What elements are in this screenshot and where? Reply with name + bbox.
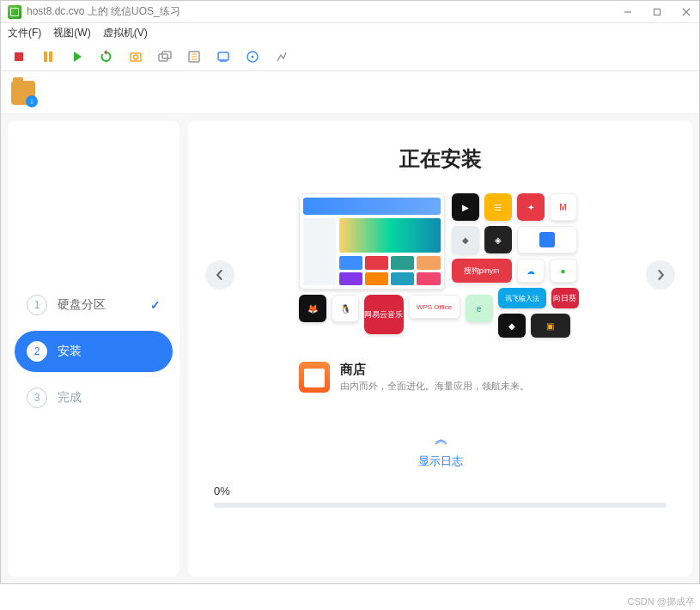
app-tile: e <box>466 295 493 322</box>
wps-office-tile: WPS Office <box>409 295 460 319</box>
logs-toggle: ︽ 显示日志 <box>418 430 463 469</box>
carousel-prev-button[interactable] <box>205 260 234 290</box>
virtualbox-tile <box>517 226 577 253</box>
svg-point-10 <box>134 55 138 59</box>
settings-button[interactable] <box>185 47 204 66</box>
close-button[interactable] <box>680 6 692 18</box>
installer-heading: 正在安装 <box>399 145 482 173</box>
app-tile: ▣ <box>531 314 570 338</box>
menu-file[interactable]: 文件(F) <box>8 26 41 40</box>
show-log-button[interactable]: 显示日志 <box>418 454 463 469</box>
svg-rect-14 <box>218 52 228 60</box>
menu-view[interactable]: 视图(W) <box>53 26 90 40</box>
step-label: 完成 <box>58 390 82 406</box>
iflytek-tile: 讯飞输入法 <box>498 288 546 308</box>
gmail-tile: M <box>550 193 577 221</box>
vmware-window: host8.dc.cvo 上的 统信UOS_练习 文件(F) 视图(W) 虚拟机… <box>0 0 700 584</box>
app-tile: ✦ <box>517 193 545 221</box>
progress-text: 0% <box>214 485 667 497</box>
toolbar <box>1 42 699 71</box>
console-button[interactable] <box>214 47 233 66</box>
vm-content: 1 硬盘分区 ✓ 2 安装 3 完成 正在安装 <box>1 71 699 583</box>
downloads-folder-icon[interactable] <box>11 81 35 105</box>
disk-button[interactable] <box>243 47 262 66</box>
app-tile: 向日葵 <box>551 288 579 308</box>
titlebar: host8.dc.cvo 上的 统信UOS_练习 <box>1 1 699 23</box>
shop-title: 商店 <box>340 362 529 378</box>
snapshot-manager-button[interactable] <box>155 47 174 66</box>
minimize-button[interactable] <box>622 6 634 18</box>
restart-button[interactable] <box>97 47 116 66</box>
carousel: ▶ ☰ ✦ M ◆ ◈ 搜狗pinyin ☁ ● 🦊 🐧 网易云音乐 WPS O… <box>188 193 692 357</box>
watermark-text: CSDN @掷成卒 <box>628 595 695 608</box>
app-tile: ◆ <box>498 314 526 338</box>
shop-subtitle: 由内而外，全面进化。海量应用，领航未来。 <box>340 380 529 393</box>
app-tile: ▶ <box>452 193 479 221</box>
svg-rect-4 <box>15 52 23 61</box>
checkmark-icon: ✓ <box>150 298 161 312</box>
progress-bar <box>214 503 667 508</box>
svg-rect-11 <box>159 54 167 61</box>
step-number: 3 <box>27 387 47 408</box>
network-button[interactable] <box>272 47 291 66</box>
carousel-content: ▶ ☰ ✦ M ◆ ◈ 搜狗pinyin ☁ ● 🦊 🐧 网易云音乐 WPS O… <box>299 193 582 348</box>
step-label: 硬盘分区 <box>58 297 106 313</box>
shop-icon <box>299 362 330 393</box>
app-tile: ◈ <box>484 226 512 253</box>
sogou-pinyin-tile: 搜狗pinyin <box>452 259 512 283</box>
app-tile: ☁ <box>517 259 545 283</box>
step-complete: 3 完成 <box>15 377 173 418</box>
wechat-tile: ● <box>550 259 577 283</box>
svg-rect-1 <box>654 9 660 15</box>
svg-rect-12 <box>162 52 171 58</box>
step-number: 1 <box>27 295 47 315</box>
app-tile: ◆ <box>452 226 479 253</box>
svg-marker-7 <box>74 52 82 62</box>
installer-sidebar: 1 硬盘分区 ✓ 2 安装 3 完成 <box>8 121 180 576</box>
play-button[interactable] <box>68 47 87 66</box>
app-store-tile <box>299 193 445 290</box>
svg-point-16 <box>252 55 254 58</box>
snapshot-button[interactable] <box>126 47 145 66</box>
carousel-next-button[interactable] <box>646 260 675 290</box>
step-install: 2 安装 <box>15 331 173 372</box>
pause-button[interactable] <box>39 47 58 66</box>
menubar: 文件(F) 视图(W) 虚拟机(V) <box>1 23 699 42</box>
shop-caption: 商店 由内而外，全面进化。海量应用，领航未来。 <box>299 362 582 393</box>
step-partition: 1 硬盘分区 ✓ <box>15 284 173 326</box>
app-tile: ☰ <box>484 193 512 221</box>
linux-tile: 🐧 <box>332 295 359 322</box>
window-title: host8.dc.cvo 上的 统信UOS_练习 <box>27 4 180 19</box>
stop-button[interactable] <box>9 47 28 66</box>
guest-header <box>1 71 699 114</box>
step-number: 2 <box>27 341 47 362</box>
svg-marker-8 <box>104 50 107 55</box>
installer-panel: 正在安装 <box>188 121 692 576</box>
maximize-button[interactable] <box>651 6 663 18</box>
step-label: 安装 <box>58 344 82 359</box>
app-tile: 🦊 <box>299 295 326 322</box>
vmware-logo-icon <box>8 5 21 19</box>
svg-rect-5 <box>44 52 47 62</box>
chevron-up-icon: ︽ <box>435 430 446 448</box>
svg-rect-6 <box>49 52 52 62</box>
menu-vm[interactable]: 虚拟机(V) <box>103 26 148 40</box>
window-controls <box>622 6 692 18</box>
netease-music-tile: 网易云音乐 <box>364 295 404 334</box>
progress-area: 0% <box>188 476 692 525</box>
